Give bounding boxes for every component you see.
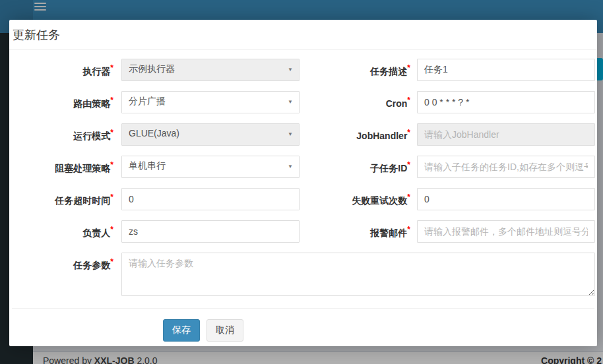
glue-type-label: 运行模式*	[21, 123, 113, 146]
job-desc-label: 任务描述*	[313, 59, 410, 81]
chevron-down-icon: ▼	[288, 98, 293, 106]
child-jobid-input[interactable]	[417, 156, 595, 178]
cron-label: Cron*	[313, 91, 410, 113]
fail-retry-input[interactable]	[417, 188, 595, 210]
glue-type-select[interactable]: GLUE(Java) ▼	[121, 123, 300, 146]
timeout-input[interactable]	[121, 188, 300, 210]
cancel-button[interactable]: 取消	[206, 319, 243, 342]
fail-retry-label: 失败重试次数*	[313, 188, 410, 210]
alarm-email-input[interactable]	[417, 220, 595, 243]
jobhandler-label: JobHandler*	[313, 123, 410, 146]
cron-input[interactable]	[417, 91, 595, 113]
child-jobid-label: 子任务ID*	[313, 156, 410, 178]
save-button[interactable]: 保存	[163, 319, 200, 342]
job-param-label: 任务参数*	[21, 253, 113, 298]
executor-label: 执行器*	[21, 59, 113, 81]
modal-actions: 保存 取消	[9, 319, 597, 342]
route-strategy-label: 路由策略*	[21, 91, 113, 113]
form-divider	[12, 308, 594, 309]
timeout-label: 任务超时时间*	[21, 188, 113, 210]
form-row: 执行器* 示例执行器 ▼ 任务描述*	[9, 59, 597, 81]
form-row: 路由策略* 分片广播 ▼ Cron*	[9, 91, 597, 113]
chevron-down-icon: ▼	[288, 163, 293, 171]
update-task-form: 执行器* 示例执行器 ▼ 任务描述* 路由策略* 分片广播 ▼ Cron*	[9, 50, 597, 342]
alarm-email-label: 报警邮件*	[313, 220, 410, 243]
form-row: 运行模式* GLUE(Java) ▼ JobHandler*	[9, 123, 597, 146]
form-row: 负责人* 报警邮件*	[9, 220, 597, 243]
form-row: 任务超时时间* 失败重试次数*	[9, 188, 597, 210]
chevron-down-icon: ▼	[288, 131, 293, 138]
form-row: 阻塞处理策略* 单机串行 ▼ 子任务ID*	[9, 156, 597, 178]
owner-label: 负责人*	[21, 220, 113, 243]
modal-title: 更新任务	[9, 20, 597, 50]
jobhandler-input[interactable]	[417, 123, 595, 146]
job-param-textarea[interactable]	[121, 253, 595, 296]
chevron-down-icon: ▼	[288, 66, 293, 74]
executor-select[interactable]: 示例执行器 ▼	[121, 59, 300, 81]
form-row: 任务参数*	[9, 253, 597, 298]
block-strategy-label: 阻塞处理策略*	[21, 156, 113, 178]
route-strategy-select[interactable]: 分片广播 ▼	[121, 91, 300, 113]
job-desc-input[interactable]	[417, 59, 595, 81]
owner-input[interactable]	[121, 220, 300, 243]
block-strategy-select[interactable]: 单机串行 ▼	[121, 156, 300, 178]
update-task-modal: 更新任务 执行器* 示例执行器 ▼ 任务描述* 路由策略* 分片广播 ▼	[9, 20, 597, 346]
